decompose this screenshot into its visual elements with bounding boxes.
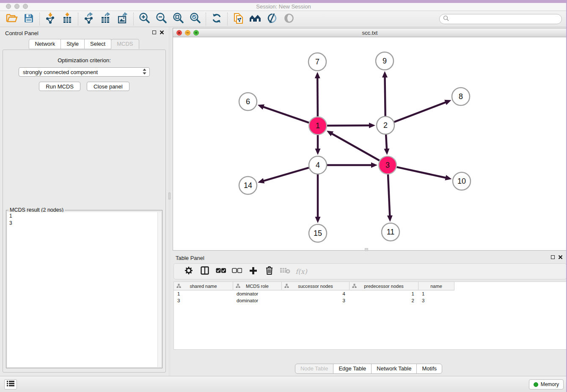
open-folder-icon [6,13,18,25]
clone-network-button[interactable] [230,12,247,26]
import-network-button[interactable] [42,12,59,26]
mcds-result-line: 1 [9,213,161,220]
column-layout-button[interactable] [197,265,213,278]
import-table-button[interactable] [59,12,76,26]
table-panel-title: Table Panel [176,255,204,261]
window-title: Session: New Session [0,3,567,10]
cell-shared-name[interactable]: 1 [174,290,233,297]
refresh-button[interactable] [208,12,225,26]
export-table-button[interactable] [97,12,114,26]
trash-icon [266,266,273,276]
splitter-handle[interactable] [168,193,171,199]
cell-shared-name[interactable]: 3 [174,297,233,304]
export-image-icon [117,12,128,26]
titlebar-accent-strip [0,0,567,3]
network-maximize-button[interactable] [193,30,199,36]
zoom-in-button[interactable] [136,12,153,26]
graph-edge-arrowhead [258,178,264,183]
cell-name[interactable]: 1 [418,290,454,297]
memory-button[interactable]: Memory [529,379,564,389]
deselect-all-columns-button[interactable] [229,265,245,278]
open-session-button[interactable] [3,12,20,26]
search-input[interactable] [451,16,558,22]
graph-node-label: 7 [315,58,319,66]
zoom-fit-button[interactable] [170,12,187,26]
network-close-button[interactable] [176,30,182,36]
graph-edge-1-6[interactable] [261,106,309,122]
cell-successor-nodes[interactable]: 4 [282,290,350,297]
cell-predecessor-nodes[interactable]: 2 [350,297,418,304]
hide-selected-button[interactable] [264,12,281,26]
delete-table-button[interactable] [277,265,293,278]
tab-select[interactable]: Select [84,39,111,49]
zoom-selected-button[interactable] [187,12,204,26]
close-panel-button[interactable]: Close panel [87,82,129,91]
search-field[interactable] [439,14,562,24]
task-history-button[interactable] [4,379,17,389]
zoom-selected-icon [189,12,201,26]
cell-mcds-role[interactable]: dominator [233,297,282,304]
graph-edge-1-2[interactable] [327,125,372,126]
mcds-result-text[interactable]: 1 3 [7,212,161,367]
graph-edge-arrowhead [384,149,389,155]
tab-style[interactable]: Style [61,39,85,49]
create-column-button[interactable] [245,265,261,278]
graph-node-label: 4 [316,161,320,169]
table-row[interactable]: 3 dominator 3 2 3 [174,297,566,304]
graph-edge-2-8[interactable] [394,101,449,122]
float-panel-icon[interactable] [152,30,156,34]
graph-edge-3-10[interactable] [396,167,448,179]
float-table-panel-icon[interactable] [551,255,555,259]
graph-edge-2-9[interactable] [385,75,385,116]
network-window-titlebar[interactable]: scc.txt [173,28,567,37]
graph-edge-1-7[interactable] [317,75,318,116]
toolbar-separator [39,13,40,25]
close-table-panel-icon[interactable] [558,255,563,259]
show-all-levels-button[interactable] [247,12,264,26]
table-settings-button[interactable] [181,265,197,278]
control-panel: Control Panel Network Style Select MCDS … [0,27,168,376]
column-header-name[interactable]: name [418,282,454,290]
delete-column-button[interactable] [261,265,277,278]
column-header-mcds-role[interactable]: MCDS role [233,282,282,290]
export-image-button[interactable] [114,12,131,26]
dropdown-stepper-icon [142,68,147,76]
graph-edge-3-1[interactable] [330,133,380,160]
column-header-predecessor-nodes[interactable]: predecessor nodes [350,282,418,290]
run-mcds-button[interactable]: Run MCDS [39,82,80,91]
tab-node-table[interactable]: Node Table [295,364,334,374]
horizontal-splitter-handle[interactable] [365,248,368,251]
export-table-icon [100,12,111,26]
tab-network[interactable]: Network [29,39,61,49]
graph-edge-arrowhead [387,215,393,222]
graph-node-label: 14 [244,181,252,190]
graph-node-label: 8 [459,92,463,101]
export-network-button[interactable] [80,12,97,26]
cell-predecessor-nodes[interactable]: 1 [350,290,418,297]
function-builder-button[interactable]: f(x) [293,265,309,278]
save-session-button[interactable] [20,12,37,26]
cell-name[interactable]: 3 [418,297,454,304]
network-svg: 7968124314101511 [173,37,567,250]
tab-motifs[interactable]: Motifs [416,364,442,374]
network-view[interactable]: 7968124314101511 [173,37,567,251]
app-titlebar: Session: New Session [0,0,567,11]
close-panel-icon[interactable] [160,30,164,35]
zoom-out-button[interactable] [153,12,170,26]
tab-mcds[interactable]: MCDS [111,39,139,49]
column-header-successor-nodes[interactable]: successor nodes [282,282,350,290]
graph-edge-4-14[interactable] [261,168,309,182]
cell-successor-nodes[interactable]: 3 [282,297,350,304]
cell-mcds-role[interactable]: dominator [233,290,282,297]
graph-edge-3-11[interactable] [388,174,390,218]
tab-edge-table[interactable]: Edge Table [333,364,372,374]
tab-network-table[interactable]: Network Table [371,364,417,374]
table-row[interactable]: 1 dominator 4 1 1 [174,290,566,297]
column-header-shared-name[interactable]: shared name [174,282,233,290]
network-minimize-button[interactable] [185,30,190,36]
select-all-columns-button[interactable] [213,265,229,278]
show-hidden-button[interactable] [281,12,297,26]
result-scrollbar[interactable] [157,212,161,367]
zoom-fit-icon [172,12,184,26]
optimization-criterion-dropdown[interactable]: strongly connected component [19,67,150,77]
